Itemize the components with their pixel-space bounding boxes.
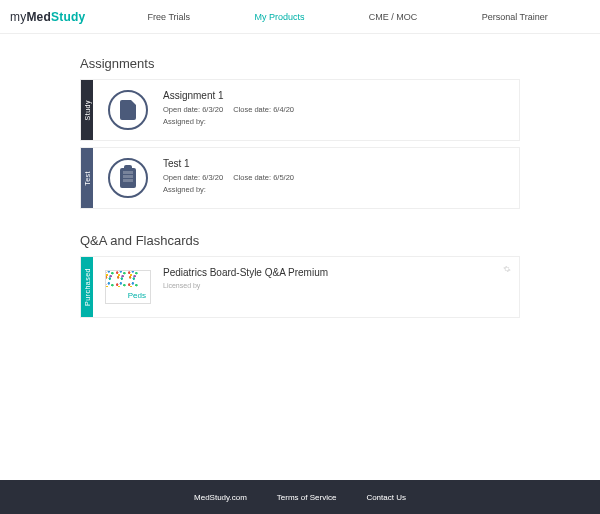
assignment-dates: Open date: 6/3/20 Close date: 6/4/20 xyxy=(163,105,513,114)
footer-link-site[interactable]: MedStudy.com xyxy=(194,493,247,502)
section-title-qanda: Q&A and Flashcards xyxy=(80,233,520,248)
rail-study-label: Study xyxy=(84,100,91,120)
rail-purchased-label: Purchased xyxy=(84,268,91,306)
brand-logo[interactable]: myMedStudy xyxy=(10,10,85,24)
section-title-assignments: Assignments xyxy=(80,56,520,71)
test-info: Test 1 Open date: 6/3/20 Close date: 6/5… xyxy=(163,148,519,208)
test-title: Test 1 xyxy=(163,158,513,169)
test-close-date: Close date: 6/5/20 xyxy=(233,173,294,182)
nav-my-products[interactable]: My Products xyxy=(254,12,304,22)
footer: MedStudy.com Terms of Service Contact Us xyxy=(0,480,600,514)
circle-outline xyxy=(108,90,148,130)
product-info: Pediatrics Board-Style Q&A Premium Licen… xyxy=(163,257,519,317)
product-title: Pediatrics Board-Style Q&A Premium xyxy=(163,267,513,278)
footer-link-tos[interactable]: Terms of Service xyxy=(277,493,337,502)
test-card[interactable]: Test Test 1 Open date: 6/3/20 Close date… xyxy=(80,147,520,209)
peds-cover-label: Peds xyxy=(128,291,146,300)
assignment-card[interactable]: Study Assignment 1 Open date: 6/3/20 Clo… xyxy=(80,79,520,141)
main-content: Assignments Study Assignment 1 Open date… xyxy=(80,34,520,466)
test-thumb xyxy=(93,148,163,208)
rail-purchased: Purchased xyxy=(81,257,93,317)
primary-nav: Free Trials My Products CME / MOC Person… xyxy=(115,12,580,22)
circle-outline xyxy=(108,158,148,198)
rail-test: Test xyxy=(81,148,93,208)
assignment-thumb xyxy=(93,80,163,140)
brand-my: my xyxy=(10,10,26,24)
assignment-close-date: Close date: 6/4/20 xyxy=(233,105,294,114)
test-open-date: Open date: 6/3/20 xyxy=(163,173,223,182)
assignment-assigned-by: Assigned by: xyxy=(163,117,513,126)
nav-free-trials[interactable]: Free Trials xyxy=(148,12,191,22)
product-licensed-by: Licensed by xyxy=(163,282,513,289)
footer-link-contact[interactable]: Contact Us xyxy=(366,493,406,502)
product-card[interactable]: Purchased Peds Pediatrics Board-Style Q&… xyxy=(80,256,520,318)
nav-personal-trainer[interactable]: Personal Trainer xyxy=(482,12,548,22)
test-assigned-by: Assigned by: xyxy=(163,185,513,194)
top-bar: myMedStudy Free Trials My Products CME /… xyxy=(0,0,600,34)
nav-cme-moc[interactable]: CME / MOC xyxy=(369,12,418,22)
peds-confetti xyxy=(105,270,140,287)
product-thumb: Peds xyxy=(93,257,163,317)
brand-med: Med xyxy=(26,10,51,24)
rail-test-label: Test xyxy=(84,171,91,186)
rail-study: Study xyxy=(81,80,93,140)
brand-study: Study xyxy=(51,10,85,24)
document-icon xyxy=(120,100,136,120)
peds-cover: Peds xyxy=(105,270,151,304)
gear-icon[interactable] xyxy=(503,265,511,273)
test-dates: Open date: 6/3/20 Close date: 6/5/20 xyxy=(163,173,513,182)
assignment-info: Assignment 1 Open date: 6/3/20 Close dat… xyxy=(163,80,519,140)
assignment-title: Assignment 1 xyxy=(163,90,513,101)
clipboard-icon xyxy=(120,168,136,188)
assignment-open-date: Open date: 6/3/20 xyxy=(163,105,223,114)
